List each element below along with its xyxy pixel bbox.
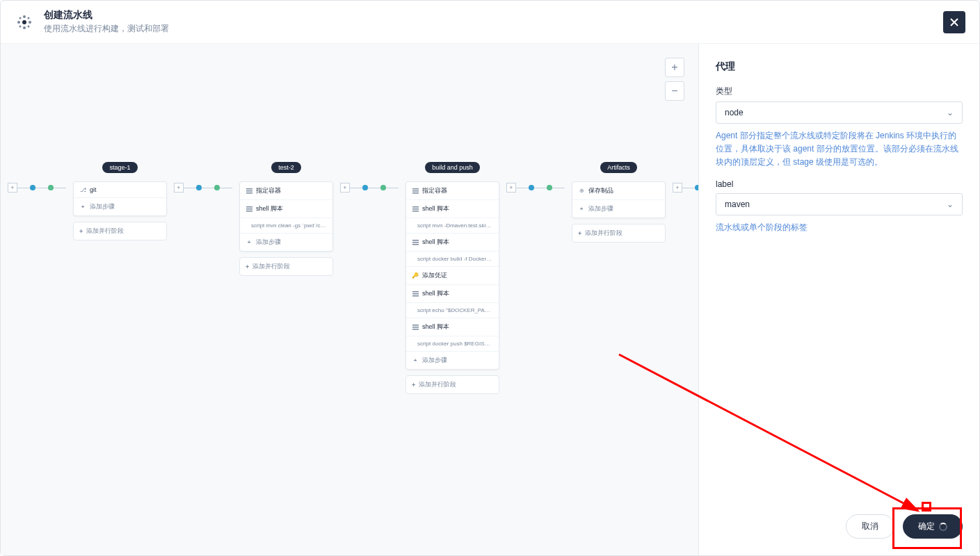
svg-point-5 xyxy=(19,17,22,19)
step-label: 添加凭证 xyxy=(422,271,493,280)
add-stage-button[interactable]: + xyxy=(174,183,184,193)
stage-card: 指定容器shell 脚本script mvn -Dmaven.test.skip… xyxy=(405,181,499,370)
step-detail: script mvn -Dmaven.test.skip=tru... xyxy=(406,218,499,234)
chevron-down-icon: ⌄ xyxy=(947,199,954,209)
cancel-button[interactable]: 取消 xyxy=(846,514,894,539)
plus-icon: + xyxy=(246,239,252,246)
type-value: node xyxy=(725,108,744,117)
plus-icon: + xyxy=(79,228,83,235)
stage-tag[interactable]: stage-1 xyxy=(102,162,137,173)
stage-tag[interactable]: test-2 xyxy=(271,162,301,173)
connector-dot xyxy=(695,185,698,190)
add-parallel-button[interactable]: +添加并行阶段 xyxy=(572,224,666,243)
add-parallel-button[interactable]: +添加并行阶段 xyxy=(405,375,499,394)
label-help: 流水线或单个阶段的标签 xyxy=(716,221,963,234)
step-icon xyxy=(412,188,419,195)
stage-card: ⊕保存制品+添加步骤 xyxy=(572,181,666,218)
stage-card: ⎇git+添加步骤 xyxy=(73,181,167,216)
dialog-subtitle: 使用流水线进行构建，测试和部署 xyxy=(44,23,169,35)
step-label: shell 脚本 xyxy=(422,238,493,247)
close-icon xyxy=(949,17,960,28)
step-row[interactable]: 🔑添加凭证 xyxy=(406,267,499,285)
stage-card: 指定容器shell 脚本script mvn clean -gs `pwd`/c… xyxy=(239,181,333,252)
step-row[interactable]: 指定容器 xyxy=(240,182,332,200)
step-label: shell 脚本 xyxy=(422,289,493,298)
add-step-button[interactable]: +添加步骤 xyxy=(240,234,332,251)
step-row[interactable]: shell 脚本 xyxy=(406,200,499,218)
pipeline-icon xyxy=(15,13,34,32)
svg-point-4 xyxy=(23,26,26,29)
type-select[interactable]: node ⌄ xyxy=(716,101,963,124)
step-detail: script docker push $REGISTR... xyxy=(406,336,499,352)
zoom-in-button[interactable]: + xyxy=(665,58,684,77)
add-stage-button[interactable]: + xyxy=(8,183,17,193)
step-icon xyxy=(246,206,252,213)
add-stage-button[interactable]: + xyxy=(506,183,516,193)
step-label: shell 脚本 xyxy=(422,204,493,213)
label-value: maven xyxy=(725,199,750,209)
plus-icon: + xyxy=(578,206,585,213)
add-stage-button[interactable]: + xyxy=(673,183,682,193)
step-row[interactable]: shell 脚本 xyxy=(406,285,499,303)
pipeline-canvas[interactable]: + − +stage-1⎇git+添加步骤+添加并行阶段+test-2指定容器s… xyxy=(1,44,698,555)
step-icon xyxy=(412,206,419,213)
dialog-title: 创建流水线 xyxy=(44,9,169,22)
connector-dot xyxy=(529,185,534,190)
plus-icon: + xyxy=(578,230,581,237)
svg-point-6 xyxy=(28,17,30,19)
step-row[interactable]: shell 脚本 xyxy=(240,200,332,218)
step-row[interactable]: shell 脚本 xyxy=(406,318,499,336)
svg-point-2 xyxy=(29,21,31,24)
type-label: 类型 xyxy=(716,85,963,97)
add-stage-button[interactable]: + xyxy=(340,183,350,193)
svg-point-1 xyxy=(17,21,20,24)
stage-tag[interactable]: Artifacts xyxy=(600,162,637,173)
ok-label: 确定 xyxy=(918,521,935,532)
step-detail: script docker build -f Dockerfile-o... xyxy=(406,252,499,267)
add-step-button[interactable]: +添加步骤 xyxy=(572,200,665,218)
add-parallel-button[interactable]: +添加并行阶段 xyxy=(239,257,333,276)
close-button[interactable] xyxy=(943,11,965,33)
step-label: shell 脚本 xyxy=(256,204,327,213)
ok-button[interactable]: 确定 xyxy=(903,514,963,539)
step-row[interactable]: ⎇git xyxy=(74,182,166,198)
connector-dot xyxy=(362,185,368,190)
step-row[interactable]: 指定容器 xyxy=(406,182,499,200)
step-icon xyxy=(412,291,419,297)
svg-point-7 xyxy=(19,25,22,27)
step-row[interactable]: shell 脚本 xyxy=(406,234,499,252)
label-select[interactable]: maven ⌄ xyxy=(716,193,963,215)
connector-dot xyxy=(196,185,202,190)
svg-point-3 xyxy=(23,15,26,18)
step-label: shell 脚本 xyxy=(422,322,493,332)
connector-dot xyxy=(380,185,386,190)
add-step-button[interactable]: +添加步骤 xyxy=(406,352,499,369)
stage-tag[interactable]: build and push xyxy=(425,162,480,173)
plus-icon: + xyxy=(412,357,419,364)
connector-dot xyxy=(214,185,220,190)
svg-point-0 xyxy=(22,20,26,24)
config-panel: 代理 类型 node ⌄ Agent 部分指定整个流水线或特定阶段将在 Jenk… xyxy=(698,44,979,555)
svg-point-8 xyxy=(28,25,30,27)
zoom-out-button[interactable]: − xyxy=(665,81,684,101)
step-label: 指定容器 xyxy=(256,186,327,195)
add-step-button[interactable]: +添加步骤 xyxy=(74,198,166,215)
connector-dot xyxy=(48,185,54,190)
step-icon: 🔑 xyxy=(412,272,419,279)
step-detail: script mvn clean -gs `pwd`/config... xyxy=(240,218,332,234)
add-parallel-button[interactable]: +添加并行阶段 xyxy=(73,222,167,240)
plus-icon: + xyxy=(79,204,86,211)
plus-icon: + xyxy=(246,263,249,270)
dialog-header: 创建流水线 使用流水线进行构建，测试和部署 xyxy=(1,1,979,44)
plus-icon: + xyxy=(412,382,415,389)
step-icon: ⊕ xyxy=(578,188,585,195)
type-help: Agent 部分指定整个流水线或特定阶段将在 Jenkins 环境中执行的位置，… xyxy=(716,129,963,170)
step-row[interactable]: ⊕保存制品 xyxy=(572,182,665,200)
panel-title: 代理 xyxy=(716,60,963,73)
label-label: label xyxy=(716,179,963,189)
step-icon xyxy=(412,239,419,246)
spinner-icon xyxy=(939,523,947,531)
step-label: 指定容器 xyxy=(422,186,493,195)
step-label: git xyxy=(90,186,161,193)
connector-dot xyxy=(30,185,35,190)
